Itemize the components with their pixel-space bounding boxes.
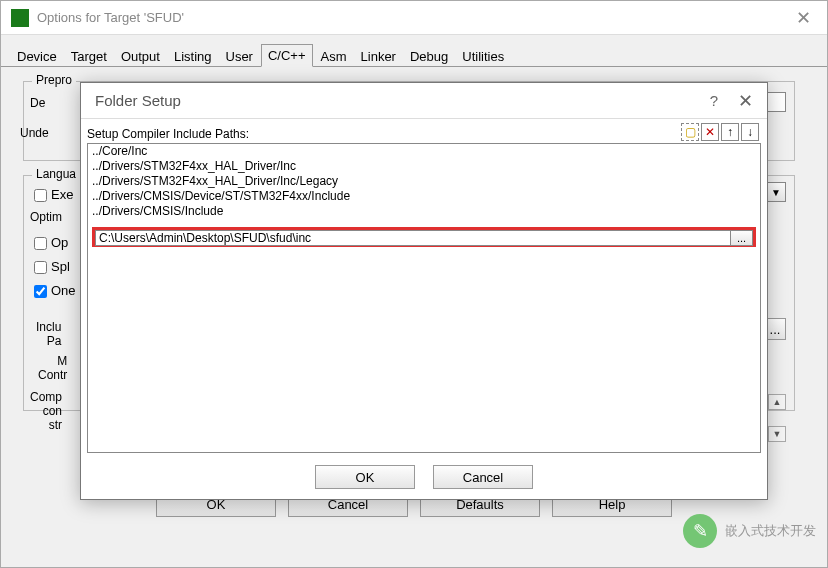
paths-toolbar: ▢ ✕ ↑ ↓ — [681, 123, 759, 141]
label-compiler: Comp con str — [30, 390, 62, 432]
outer-titlebar: Options for Target 'SFUD' ✕ — [1, 1, 827, 35]
checkbox-spl[interactable]: Spl — [30, 258, 70, 277]
path-line[interactable]: ../Drivers/STM32F4xx_HAL_Driver/Inc — [88, 159, 760, 174]
inner-close-icon[interactable]: ✕ — [738, 90, 753, 112]
label-optim: Optim — [30, 210, 62, 224]
inner-body: Setup Compiler Include Paths: ▢ ✕ ↑ ↓ ..… — [81, 119, 767, 453]
label-include: Inclu Pa — [36, 320, 61, 348]
checkbox-one[interactable]: One — [30, 282, 76, 301]
path-line[interactable]: ../Drivers/CMSIS/Device/ST/STM32F4xx/Inc… — [88, 189, 760, 204]
group-preprocessor-title: Prepro — [32, 73, 76, 87]
tab-output[interactable]: Output — [115, 46, 166, 67]
dropdown-arrow-1[interactable]: ▼ — [766, 182, 786, 202]
tab-bar: DeviceTargetOutputListingUserC/C++AsmLin… — [1, 35, 827, 67]
move-up-button[interactable]: ↑ — [721, 123, 739, 141]
path-edit-input[interactable] — [95, 230, 731, 246]
tab-linker[interactable]: Linker — [355, 46, 402, 67]
scroll-up-arrow[interactable]: ▲ — [768, 394, 786, 410]
scroll-down-arrow[interactable]: ▼ — [768, 426, 786, 442]
tab-listing[interactable]: Listing — [168, 46, 218, 67]
tab-c-c-[interactable]: C/C++ — [261, 44, 313, 67]
folder-setup-dialog: Folder Setup ? ✕ Setup Compiler Include … — [80, 82, 768, 500]
label-undefine: Unde — [20, 126, 49, 140]
outer-close-icon[interactable]: ✕ — [790, 7, 817, 29]
inner-title: Folder Setup — [95, 92, 710, 109]
path-line[interactable]: ../Drivers/CMSIS/Include — [88, 204, 760, 219]
path-browse-button[interactable]: ... — [731, 230, 753, 246]
checkbox-execute[interactable]: Exe — [30, 186, 73, 205]
tab-utilities[interactable]: Utilities — [456, 46, 510, 67]
inner-cancel-button[interactable]: Cancel — [433, 465, 533, 489]
new-path-button[interactable]: ▢ — [681, 123, 699, 141]
tab-target[interactable]: Target — [65, 46, 113, 67]
label-misc: M Contr — [38, 354, 67, 382]
inner-ok-button[interactable]: OK — [315, 465, 415, 489]
label-define: De — [30, 96, 45, 110]
path-edit-row: ... — [92, 227, 756, 247]
inner-button-bar: OK Cancel — [81, 465, 767, 489]
move-down-button[interactable]: ↓ — [741, 123, 759, 141]
app-icon — [11, 9, 29, 27]
help-icon[interactable]: ? — [710, 92, 718, 109]
include-paths-listbox[interactable]: ../Core/Inc../Drivers/STM32F4xx_HAL_Driv… — [87, 143, 761, 453]
path-line[interactable]: ../Drivers/STM32F4xx_HAL_Driver/Inc/Lega… — [88, 174, 760, 189]
outer-title: Options for Target 'SFUD' — [37, 10, 790, 25]
tab-user[interactable]: User — [220, 46, 259, 67]
delete-path-button[interactable]: ✕ — [701, 123, 719, 141]
checkbox-opt[interactable]: Op — [30, 234, 68, 253]
inner-titlebar: Folder Setup ? ✕ — [81, 83, 767, 119]
tab-asm[interactable]: Asm — [315, 46, 353, 67]
path-line[interactable]: ../Core/Inc — [88, 144, 760, 159]
group-language-title: Langua — [32, 167, 80, 181]
tab-debug[interactable]: Debug — [404, 46, 454, 67]
paths-label: Setup Compiler Include Paths: — [87, 127, 761, 141]
tab-device[interactable]: Device — [11, 46, 63, 67]
